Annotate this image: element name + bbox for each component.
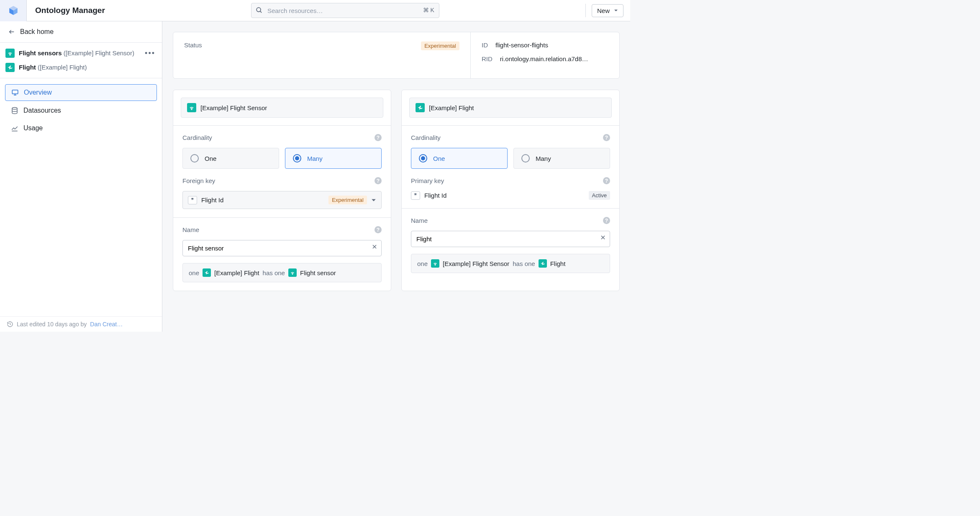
svg-point-3 — [10, 54, 10, 55]
cardinality-many[interactable]: Many — [513, 148, 610, 169]
radio-icon — [190, 154, 199, 163]
more-icon[interactable]: ••• — [145, 49, 155, 58]
search-wrap: ⌘ K — [251, 3, 439, 18]
history-icon — [7, 321, 13, 328]
help-icon[interactable]: ? — [603, 217, 610, 224]
primary-key-display: ❞ Flight Id Active — [411, 191, 610, 200]
foreign-key-value: Flight Id — [201, 196, 324, 204]
clear-icon[interactable] — [600, 235, 606, 240]
crumb-flight-sensors[interactable]: Flight sensors ([Example] Flight Sensor)… — [4, 46, 158, 60]
new-button[interactable]: New — [592, 4, 623, 17]
left-name-section: Name ? one[Example] Flight has oneFlight… — [173, 217, 391, 291]
arrow-left-icon — [8, 28, 15, 35]
sidebar-footer: Last edited 10 days ago by Dan Creat… — [0, 316, 162, 332]
primary-key-badge: Active — [589, 191, 610, 200]
string-type-icon: ❞ — [411, 191, 420, 200]
nav-label: Datasources — [23, 107, 61, 114]
primary-key-label: Primary key — [411, 177, 444, 184]
foreign-key-select[interactable]: ❞ Flight Id Experimental — [182, 191, 382, 209]
clear-icon[interactable] — [372, 244, 377, 250]
topbar-actions: New — [585, 4, 630, 17]
new-button-label: New — [597, 7, 610, 14]
name-label: Name — [411, 217, 428, 224]
back-home[interactable]: Back home — [0, 21, 162, 43]
nav-overview[interactable]: Overview — [5, 84, 157, 101]
flight-icon — [539, 259, 547, 268]
crumb-text: Flight sensors ([Example] Flight Sensor) — [19, 49, 134, 57]
back-home-label: Back home — [20, 28, 54, 36]
cardinality-many[interactable]: Many — [285, 148, 382, 169]
right-cardinality-section: Cardinality ? One Many — [402, 125, 619, 177]
cardinality-label: Cardinality — [411, 134, 441, 141]
left-foreign-key-section: Foreign key ? ❞ Flight Id Experimental — [173, 177, 391, 217]
nav-datasources[interactable]: Datasources — [5, 103, 157, 119]
sidebar: Back home Flight sensors ([Example] Flig… — [0, 21, 162, 332]
right-entity-card: [Example] Flight Cardinality ? One — [401, 90, 620, 291]
radio-icon — [521, 154, 530, 163]
flight-icon — [203, 268, 211, 277]
cardinality-options: One Many — [182, 148, 382, 169]
cardinality-options: One Many — [411, 148, 610, 169]
search-icon — [256, 7, 263, 14]
right-entity-header: [Example] Flight — [409, 98, 612, 118]
right-name-input[interactable] — [411, 231, 610, 247]
database-icon — [11, 107, 18, 114]
flight-icon — [5, 63, 15, 72]
help-icon[interactable]: ? — [603, 134, 610, 141]
cardinality-label: Cardinality — [182, 134, 212, 141]
svg-point-0 — [257, 8, 261, 12]
status-badge: Experimental — [421, 41, 459, 50]
left-entity-header: [Example] Flight Sensor — [181, 98, 383, 118]
string-type-icon: ❞ — [188, 196, 197, 204]
crumb-text: Flight ([Example] Flight) — [19, 63, 87, 72]
chart-icon — [11, 124, 18, 132]
nav-usage[interactable]: Usage — [5, 120, 157, 136]
sensor-icon — [187, 103, 196, 112]
help-icon[interactable]: ? — [603, 177, 610, 184]
flight-icon — [416, 103, 425, 112]
right-primary-key-section: Primary key ? ❞ Flight Id Active — [402, 177, 619, 208]
svg-line-1 — [260, 11, 262, 13]
breadcrumb-list: Flight sensors ([Example] Flight Sensor)… — [0, 43, 162, 78]
nav-label: Usage — [23, 124, 43, 132]
sensor-icon — [288, 268, 297, 277]
primary-key-value: Flight Id — [424, 192, 502, 199]
help-icon[interactable]: ? — [375, 226, 382, 233]
radio-icon — [293, 154, 301, 163]
content: Status Experimental ID flight-sensor-fli… — [162, 21, 630, 332]
svg-point-15 — [435, 265, 436, 266]
sensor-icon — [431, 259, 439, 268]
help-icon[interactable]: ? — [375, 134, 382, 141]
sensor-icon — [5, 49, 15, 58]
topbar: Ontology Manager ⌘ K New — [0, 0, 630, 21]
left-entity-card: [Example] Flight Sensor Cardinality ? On… — [173, 90, 391, 291]
app-logo[interactable] — [0, 0, 27, 21]
chevron-down-icon — [371, 198, 376, 203]
cardinality-one[interactable]: One — [182, 148, 279, 169]
nav-label: Overview — [24, 89, 52, 96]
right-name-section: Name ? one[Example] Flight Sensor has on… — [402, 208, 619, 281]
caret-down-icon — [614, 8, 618, 13]
nav-list: Overview Datasources Usage — [0, 78, 162, 144]
search-shortcut: ⌘ K — [423, 7, 434, 13]
name-label: Name — [182, 226, 199, 233]
svg-point-9 — [191, 109, 192, 110]
app-title: Ontology Manager — [35, 6, 105, 15]
svg-rect-4 — [12, 90, 18, 94]
cube-icon — [8, 5, 19, 16]
status-card: Status Experimental ID flight-sensor-fli… — [173, 32, 620, 79]
rid-row: RID ri.ontology.main.relation.a7d8… — [482, 55, 608, 62]
foreign-key-badge: Experimental — [328, 196, 367, 204]
help-icon[interactable]: ? — [375, 177, 382, 184]
crumb-flight[interactable]: Flight ([Example] Flight) — [4, 60, 158, 75]
relation-columns: [Example] Flight Sensor Cardinality ? On… — [173, 90, 620, 291]
search-input[interactable] — [251, 3, 439, 18]
left-cardinality-section: Cardinality ? One Many — [173, 125, 391, 177]
left-name-input[interactable] — [182, 240, 382, 256]
rid-value: ri.ontology.main.relation.a7d8… — [500, 55, 588, 62]
monitor-icon — [11, 89, 19, 96]
svg-point-12 — [292, 274, 293, 275]
cardinality-one[interactable]: One — [411, 148, 508, 169]
id-value: flight-sensor-flights — [495, 41, 548, 49]
id-row: ID flight-sensor-flights — [482, 41, 608, 49]
